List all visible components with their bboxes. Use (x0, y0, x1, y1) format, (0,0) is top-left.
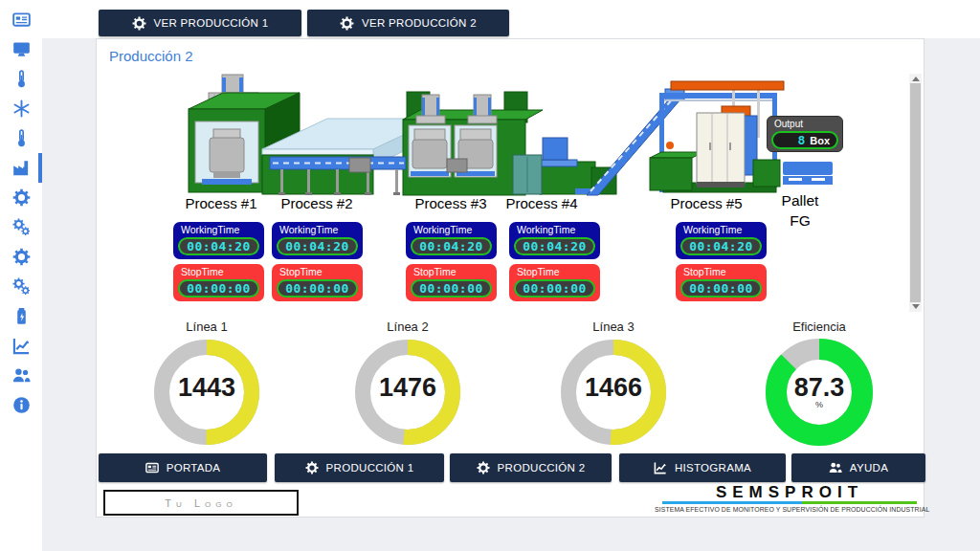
process-1-label: Process #1 (168, 195, 274, 211)
brand-divider (662, 501, 917, 504)
sidebar-item-cooling[interactable] (0, 94, 42, 123)
thermometer-icon (12, 129, 31, 147)
sidebar-item-temperature-1[interactable] (0, 64, 42, 94)
gauge-value: 1466 (585, 375, 642, 400)
gauge-title: Eficiencia (762, 320, 877, 334)
monitor-icon (12, 40, 31, 58)
histograma-label: HISTOGRAMA (675, 462, 751, 474)
gauge-linea-3: Línea 3 1466 (556, 320, 671, 448)
output-value: 8 (797, 133, 805, 147)
thermometer-icon (12, 70, 31, 88)
gauge-linea-2: Línea 2 1476 (350, 320, 465, 448)
semsproit-logo: SEMSPROIT SISTEMA EFECTIVO DE MONITOREO … (655, 484, 924, 513)
ver-produccion-2-button[interactable]: VER PRODUCCIÓN 2 (307, 10, 509, 36)
ver-produccion-1-button[interactable]: VER PRODUCCIÓN 1 (99, 10, 301, 36)
gauge-eficiencia: Eficiencia 87.3% (762, 320, 877, 448)
scrollbar-thumb[interactable] (910, 83, 921, 302)
sidebar-item-energy[interactable] (0, 301, 42, 331)
produccion-1-button[interactable]: PRODUCCIÓN 1 (275, 453, 444, 482)
histograma-button[interactable]: HISTOGRAMA (619, 453, 786, 482)
output-counter: 8 Box (771, 131, 838, 149)
stop-time-label: StopTime (272, 264, 363, 279)
brand-tagline: SISTEMA EFECTIVO DE MONITOREO Y SUPERVIS… (655, 506, 924, 513)
stop-time-label: StopTime (406, 264, 497, 279)
ayuda-button[interactable]: AYUDA (791, 453, 925, 482)
sidebar-item-process-2[interactable] (0, 272, 42, 301)
battery-icon (12, 307, 31, 325)
gear-icon (340, 16, 354, 31)
working-time-label: WorkingTime (676, 222, 767, 237)
sidebar-item-settings-1[interactable] (0, 183, 42, 212)
stop-time-value: 00:00:00 (689, 281, 753, 296)
sidebar-item-temperature-2[interactable] (0, 123, 42, 153)
portada-button[interactable]: PORTADA (99, 453, 267, 482)
ver-produccion-2-label: VER PRODUCCIÓN 2 (362, 17, 477, 29)
working-time-label: WorkingTime (272, 222, 363, 237)
working-time-value: 00:04:20 (419, 239, 483, 253)
brand-name: SEMSPROIT (655, 484, 924, 501)
portada-label: PORTADA (167, 462, 221, 474)
sidebar-item-process-1[interactable] (0, 212, 42, 242)
sidebar-item-histogram[interactable] (0, 331, 42, 361)
gauge-unit: % (815, 400, 823, 409)
card-icon (145, 461, 159, 474)
gauge-title: Línea 3 (556, 320, 671, 334)
machine-process-5 (650, 81, 784, 192)
produccion-2-label: PRODUCCIÓN 2 (498, 462, 586, 474)
page-title: Producción 2 (109, 48, 193, 64)
customer-logo-placeholder: Tu Logo (103, 490, 299, 516)
produccion-1-label: PRODUCCIÓN 1 (326, 462, 414, 474)
stop-time-panel-2: StopTime 00:00:00 (272, 264, 363, 301)
diagram-scrollbar[interactable] (909, 74, 922, 312)
sidebar-item-monitor[interactable] (0, 34, 42, 64)
gear-icon (477, 461, 490, 474)
sidebar-item-production[interactable] (0, 153, 42, 183)
stop-time-panel-5: StopTime 00:00:00 (676, 264, 767, 301)
gear-icon (132, 16, 146, 31)
gear-icon (305, 461, 319, 474)
sidebar-item-users[interactable] (0, 361, 42, 390)
working-time-label: WorkingTime (406, 222, 497, 237)
sidebar-item-settings-2[interactable] (0, 242, 42, 272)
output-unit: Box (810, 135, 830, 146)
working-time-value: 00:04:20 (523, 239, 587, 253)
working-time-panel-5: WorkingTime 00:04:20 (676, 222, 767, 259)
chart-line-icon (12, 337, 31, 355)
process-2-label: Process #2 (264, 195, 369, 211)
output-display: Output 8 Box (767, 116, 843, 152)
gauge-title: Línea 1 (149, 320, 264, 334)
snowflake-icon (12, 99, 31, 118)
working-time-value: 00:04:20 (689, 239, 753, 253)
gauge-linea-1: Línea 1 1443 (149, 320, 264, 448)
working-time-panel-2: WorkingTime 00:04:20 (272, 222, 363, 259)
stop-time-panel-1: StopTime 00:00:00 (173, 264, 264, 301)
stop-time-value: 00:00:00 (187, 281, 251, 296)
working-time-panel-3: WorkingTime 00:04:20 (406, 222, 497, 259)
sidebar-item-info[interactable] (0, 390, 42, 420)
users-icon (12, 366, 31, 385)
process-5-label: Process #5 (654, 195, 759, 211)
stop-time-panel-3: StopTime 00:00:00 (406, 264, 497, 301)
scroll-up-icon[interactable] (912, 77, 920, 81)
pallet-line2: FG (765, 210, 835, 231)
process-4-label: Process #4 (489, 195, 594, 211)
stop-time-label: StopTime (509, 264, 600, 279)
scroll-down-icon[interactable] (912, 304, 920, 309)
working-time-label: WorkingTime (173, 222, 264, 237)
factory-icon (12, 159, 31, 177)
active-indicator (38, 153, 42, 183)
gauge-value: 1443 (178, 375, 235, 400)
pallet-fg (783, 162, 833, 185)
chart-line-icon (654, 461, 667, 474)
pallet-label: Pallet FG (765, 190, 835, 231)
ver-produccion-1-label: VER PRODUCCIÓN 1 (154, 17, 269, 29)
info-icon (12, 396, 31, 414)
sidebar (0, 0, 42, 551)
working-time-value: 00:04:20 (187, 239, 251, 253)
produccion-2-button[interactable]: PRODUCCIÓN 2 (450, 453, 612, 482)
sidebar-item-portada[interactable] (0, 5, 42, 34)
stop-time-value: 00:00:00 (523, 281, 587, 296)
gears-icon (12, 277, 31, 296)
stop-time-label: StopTime (173, 264, 264, 279)
process-3-label: Process #3 (398, 195, 503, 211)
